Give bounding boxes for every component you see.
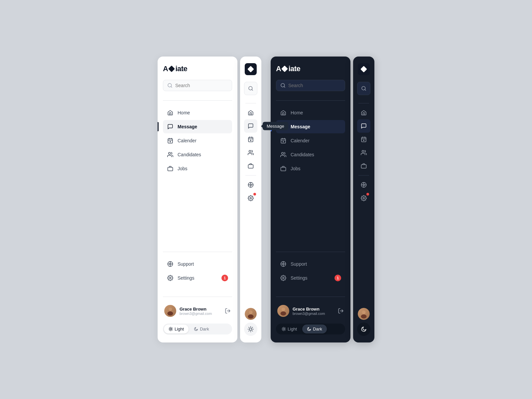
- logo-diamond-icon-dark: [281, 66, 288, 72]
- collapsed-calender-light[interactable]: [244, 133, 257, 146]
- collapsed-home-light[interactable]: [244, 106, 257, 119]
- avatar-dark: [277, 305, 289, 317]
- collapsed-settings-badge-dark: [366, 193, 369, 196]
- collapsed-search-light[interactable]: [244, 82, 257, 95]
- collapsed-settings-dark[interactable]: [357, 192, 370, 205]
- user-row-dark: Grace Brown brown3@gmail.com: [276, 302, 345, 320]
- sidebar-dark-expanded: A iate Home: [271, 57, 350, 342]
- logo-dark: A iate: [276, 65, 345, 73]
- logout-button-dark[interactable]: [338, 308, 344, 314]
- svg-point-6: [170, 141, 171, 142]
- nav-label-calender: Calender: [178, 138, 228, 143]
- nav-bottom-dark: Support Settings 1: [276, 257, 345, 285]
- svg-point-15: [170, 277, 171, 279]
- nav-item-jobs-light[interactable]: Jobs: [163, 162, 232, 175]
- svg-line-27: [169, 330, 170, 331]
- nav-item-support-dark[interactable]: Support: [276, 257, 345, 271]
- support-icon-dark: [280, 261, 287, 267]
- divider-bottom-dark: [276, 252, 345, 252]
- search-input-light[interactable]: [175, 83, 228, 88]
- settings-badge-light: 1: [221, 275, 228, 281]
- nav-item-calender-light[interactable]: Calender: [163, 134, 232, 147]
- collapsed-candidates-dark[interactable]: [357, 146, 370, 159]
- logo-text-a: A: [163, 65, 168, 73]
- svg-point-20: [170, 328, 172, 330]
- nav-label-home-dark: Home: [291, 110, 341, 115]
- collapsed-theme-moon-dark[interactable]: [357, 323, 370, 336]
- collapsed-jobs-dark[interactable]: [357, 159, 370, 173]
- svg-rect-2: [168, 139, 173, 143]
- collapsed-search-dark[interactable]: [357, 82, 370, 95]
- message-tooltip: Message: [263, 122, 288, 130]
- nav-item-candidates-dark[interactable]: Candidates: [276, 148, 345, 161]
- collapsed-settings-light[interactable]: [244, 192, 257, 205]
- collapsed-logo-dark: [358, 63, 370, 75]
- collapsed-jobs-light[interactable]: [244, 159, 257, 173]
- user-name-light: Grace Brown: [180, 307, 221, 312]
- collapsed-divider-mid-dark: [358, 175, 369, 176]
- svg-point-90: [363, 140, 364, 141]
- nav-bottom-light: Support Settings 1: [163, 257, 232, 285]
- collapsed-support-dark[interactable]: [357, 178, 370, 192]
- dark-label-dark-sidebar: Dark: [313, 327, 322, 332]
- svg-point-35: [250, 140, 251, 141]
- sidebar-dark-collapsed: [353, 57, 374, 342]
- collapsed-divider-top-light: [245, 103, 256, 103]
- avatar-light: [164, 305, 176, 317]
- settings-icon-dark: [280, 275, 287, 281]
- logout-button-light[interactable]: [225, 308, 231, 314]
- nav-item-home-light[interactable]: Home: [163, 106, 232, 119]
- theme-light-button[interactable]: Light: [164, 325, 189, 333]
- collapsed-message-dark[interactable]: [357, 119, 370, 133]
- nav-label-message-dark: Message: [291, 124, 341, 129]
- nav-item-candidates-light[interactable]: Candidates: [163, 148, 232, 161]
- collapsed-logo-light: [245, 63, 257, 75]
- svg-line-79: [285, 330, 285, 331]
- collapsed-avatar-light[interactable]: [245, 308, 257, 320]
- logo-light: A iate: [163, 65, 232, 73]
- svg-point-101: [361, 315, 366, 319]
- divider-top-light: [163, 100, 232, 101]
- divider-top-dark: [276, 100, 345, 101]
- theme-light-button-dark[interactable]: Light: [277, 325, 302, 333]
- svg-line-57: [284, 86, 285, 87]
- search-bar-light[interactable]: [163, 80, 232, 91]
- collapsed-home-dark[interactable]: [357, 106, 370, 119]
- search-bar-dark[interactable]: [276, 80, 345, 91]
- svg-point-100: [362, 311, 366, 314]
- svg-line-30: [252, 89, 253, 90]
- nav-label-support: Support: [178, 261, 228, 267]
- svg-point-99: [363, 198, 365, 199]
- nav-item-settings-light[interactable]: Settings 1: [163, 271, 232, 285]
- home-icon-dark: [280, 109, 287, 116]
- collapsed-avatar-dark[interactable]: [358, 308, 370, 320]
- settings-icon: [167, 275, 174, 281]
- svg-point-46: [248, 315, 253, 319]
- collapsed-support-light[interactable]: [244, 178, 257, 192]
- nav-item-home-dark[interactable]: Home: [276, 106, 345, 119]
- svg-point-36: [249, 150, 251, 152]
- settings-badge-dark: 1: [334, 275, 341, 281]
- nav-item-message-light[interactable]: Message: [163, 120, 232, 133]
- search-input-dark[interactable]: [288, 83, 341, 88]
- nav-item-jobs-dark[interactable]: Jobs: [276, 162, 345, 175]
- nav-main-light: Home Message Calender: [163, 106, 232, 248]
- nav-item-calender-dark[interactable]: Calender: [276, 134, 345, 147]
- svg-line-23: [169, 328, 170, 328]
- nav-label-calender-dark: Calender: [291, 138, 341, 143]
- collapsed-calender-dark[interactable]: [357, 133, 370, 146]
- collapsed-candidates-light[interactable]: [244, 146, 257, 159]
- nav-label-candidates: Candidates: [178, 152, 228, 157]
- svg-point-63: [282, 152, 284, 154]
- collapsed-message-light[interactable]: Message: [244, 119, 257, 133]
- logo-text-a-dark: A: [276, 65, 281, 73]
- jobs-icon: [167, 165, 174, 172]
- svg-line-28: [172, 328, 172, 328]
- theme-dark-button-dark[interactable]: Dark: [302, 325, 327, 333]
- svg-point-73: [280, 312, 286, 316]
- svg-line-50: [249, 327, 249, 328]
- nav-item-settings-dark[interactable]: Settings 1: [276, 271, 345, 285]
- collapsed-theme-sun-light[interactable]: [244, 323, 257, 336]
- nav-item-support-light[interactable]: Support: [163, 257, 232, 271]
- theme-dark-button[interactable]: Dark: [189, 325, 213, 333]
